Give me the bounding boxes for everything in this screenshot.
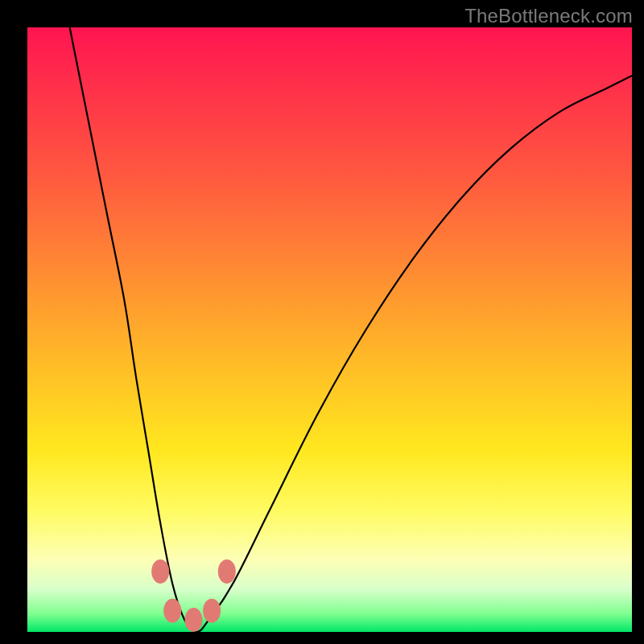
curve-marker bbox=[185, 608, 203, 632]
curve-marker bbox=[203, 599, 221, 623]
curve-marker bbox=[151, 559, 169, 584]
curve-marker bbox=[163, 599, 181, 623]
chart-frame: TheBottleneck.com bbox=[0, 0, 644, 644]
curve-svg bbox=[27, 27, 632, 632]
bottleneck-curve bbox=[70, 27, 632, 632]
watermark-label: TheBottleneck.com bbox=[464, 5, 633, 27]
curve-markers bbox=[151, 559, 236, 632]
plot-area bbox=[27, 27, 632, 632]
curve-marker bbox=[218, 559, 236, 584]
